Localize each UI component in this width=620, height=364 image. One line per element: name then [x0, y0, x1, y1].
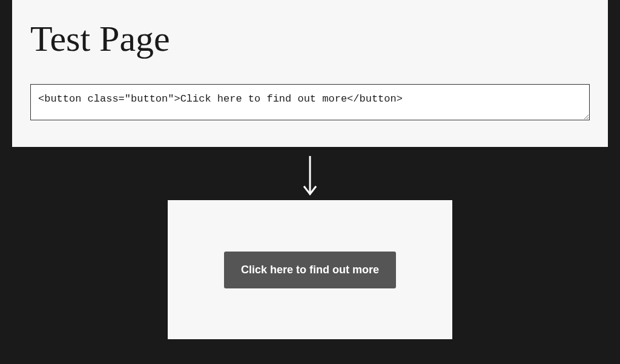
arrow-down-icon [301, 155, 319, 197]
preview-panel: Click here to find out more [168, 200, 452, 339]
arrow-container [0, 152, 620, 200]
page-title: Test Page [30, 18, 590, 60]
html-code-input[interactable] [30, 84, 590, 120]
source-panel: Test Page [12, 0, 608, 147]
preview-button[interactable]: Click here to find out more [224, 252, 396, 288]
